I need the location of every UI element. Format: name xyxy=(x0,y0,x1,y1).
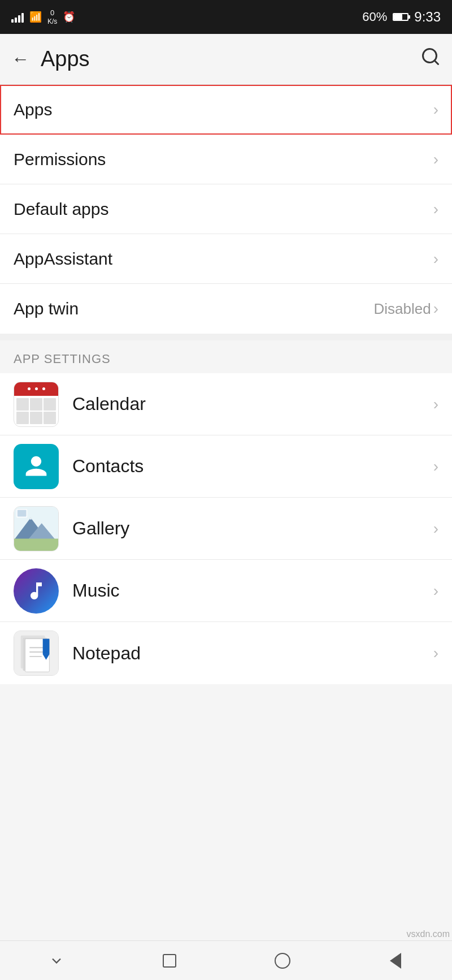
watermark: vsxdn.com xyxy=(407,929,450,939)
chevron-icon: › xyxy=(433,395,438,413)
app-item-notepad-left: Notepad xyxy=(14,631,141,676)
menu-item-app-assistant-label: AppAssistant xyxy=(14,249,112,269)
chevron-icon: › xyxy=(433,644,438,662)
music-app-icon xyxy=(14,568,59,614)
alarm-icon: ⏰ xyxy=(63,11,75,23)
header-left: ← Apps xyxy=(11,47,90,71)
app-settings-section-header: APP SETTINGS xyxy=(0,340,452,373)
status-bar: 📶 0 K/s ⏰ 60% 9:33 xyxy=(0,0,452,34)
chevron-icon: › xyxy=(433,250,438,268)
app-item-music-left: Music xyxy=(14,568,120,614)
app-item-gallery-left: Gallery xyxy=(14,506,129,551)
back-button[interactable]: ← xyxy=(11,49,29,70)
search-button[interactable] xyxy=(420,46,441,72)
menu-item-apps-label: Apps xyxy=(14,100,52,119)
data-speed: 0 K/s xyxy=(47,8,57,25)
app-item-contacts-left: Contacts xyxy=(14,444,144,489)
menu-item-app-assistant-right: › xyxy=(433,250,438,268)
chevron-icon: › xyxy=(433,582,438,600)
svg-rect-8 xyxy=(18,510,27,516)
menu-item-app-twin-left: App twin xyxy=(14,299,79,318)
chevron-icon: › xyxy=(433,200,438,218)
chevron-icon: › xyxy=(433,300,438,318)
chevron-icon: › xyxy=(433,520,438,538)
app-item-calendar[interactable]: Calendar › xyxy=(0,373,452,435)
app-twin-status: Disabled xyxy=(374,300,431,318)
section-separator xyxy=(0,334,452,340)
nav-back-button[interactable] xyxy=(379,949,412,972)
menu-item-app-assistant[interactable]: AppAssistant › xyxy=(0,234,452,284)
page-title: Apps xyxy=(41,47,90,71)
nav-home-button[interactable] xyxy=(266,949,299,972)
gallery-app-icon xyxy=(14,506,59,551)
menu-item-app-twin[interactable]: App twin Disabled › xyxy=(0,284,452,334)
signal-icon xyxy=(11,11,24,23)
bottom-nav xyxy=(0,940,452,980)
svg-rect-16 xyxy=(43,639,50,654)
status-right: 60% 9:33 xyxy=(362,9,441,25)
menu-item-app-twin-label: App twin xyxy=(14,299,79,318)
app-settings-list: Calendar › Contacts › xyxy=(0,373,452,684)
menu-item-default-apps-label: Default apps xyxy=(14,200,108,219)
chevron-icon: › xyxy=(433,150,438,169)
calendar-app-icon xyxy=(14,382,59,427)
menu-item-default-apps-right: › xyxy=(433,200,438,218)
notepad-label: Notepad xyxy=(72,643,141,664)
nav-square-button[interactable] xyxy=(153,949,186,972)
svg-line-1 xyxy=(434,61,438,64)
battery-percent: 60% xyxy=(362,10,387,24)
wifi-icon: 📶 xyxy=(29,11,42,23)
calendar-label: Calendar xyxy=(72,394,146,415)
header: ← Apps xyxy=(0,34,452,85)
notepad-app-icon xyxy=(14,631,59,676)
menu-item-app-twin-right: Disabled › xyxy=(374,300,439,318)
app-item-gallery[interactable]: Gallery › xyxy=(0,498,452,560)
app-item-notepad[interactable]: Notepad › xyxy=(0,622,452,684)
menu-item-apps[interactable]: Apps › xyxy=(0,85,452,135)
status-left: 📶 0 K/s ⏰ xyxy=(11,8,75,25)
menu-item-permissions-left: Permissions xyxy=(14,150,106,169)
chevron-icon: › xyxy=(433,101,438,119)
app-item-calendar-left: Calendar xyxy=(14,382,146,427)
battery-icon xyxy=(393,13,408,21)
gallery-label: Gallery xyxy=(72,518,129,539)
svg-rect-6 xyxy=(14,538,58,550)
time-display: 9:33 xyxy=(414,9,441,25)
menu-item-default-apps[interactable]: Default apps › xyxy=(0,184,452,234)
menu-item-default-apps-left: Default apps xyxy=(14,200,108,219)
menu-item-apps-left: Apps xyxy=(14,100,52,119)
music-label: Music xyxy=(72,580,120,601)
app-item-contacts[interactable]: Contacts › xyxy=(0,435,452,498)
menu-item-permissions-label: Permissions xyxy=(14,150,106,169)
contacts-label: Contacts xyxy=(72,456,144,477)
menu-item-apps-right: › xyxy=(433,101,438,119)
contacts-app-icon xyxy=(14,444,59,489)
menu-item-permissions[interactable]: Permissions › xyxy=(0,135,452,184)
nav-down-button[interactable] xyxy=(40,949,73,972)
app-item-music[interactable]: Music › xyxy=(0,560,452,622)
chevron-icon: › xyxy=(433,457,438,476)
menu-item-app-assistant-left: AppAssistant xyxy=(14,249,112,269)
menu-item-permissions-right: › xyxy=(433,150,438,169)
menu-list: Apps › Permissions › Default apps › AppA… xyxy=(0,85,452,334)
section-header-label: APP SETTINGS xyxy=(14,352,111,366)
